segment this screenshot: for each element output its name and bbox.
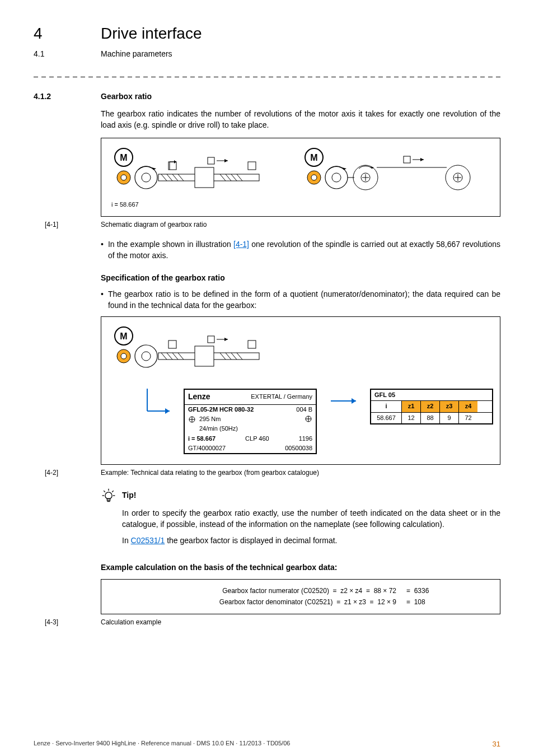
gfl-table-title: GFL 05	[371, 390, 492, 401]
val-z4: 72	[458, 413, 477, 423]
section-header: 4.1 Machine parameters	[34, 49, 500, 60]
brand-logo: Lenze	[188, 391, 210, 403]
svg-marker-43	[420, 158, 424, 161]
calculation-box: Gearbox factor numerator (C02520) = z2 ×…	[101, 579, 500, 615]
lightbulb-icon	[101, 488, 116, 503]
figure-4-3-caption: [4-3] Calculation example	[34, 618, 500, 627]
tip-body-1: In order to specify the gearbox ratio ex…	[122, 508, 500, 530]
diagram-spindle-2: M	[108, 324, 276, 374]
col-z4: z4	[458, 401, 477, 412]
figure-4-2-caption: [4-2] Example: Technical data relating t…	[34, 468, 500, 478]
bullet-spec: • The gearbox ratio is to be defined in …	[101, 289, 500, 311]
svg-marker-64	[224, 338, 228, 341]
tip-body-2a: In	[122, 536, 131, 545]
np-variant: 004 B	[296, 405, 312, 414]
svg-point-3	[121, 175, 127, 180]
svg-line-78	[112, 491, 114, 493]
subsection-heading: 4.1.2 Gearbox ratio	[34, 91, 500, 102]
spec-heading: Specification of the gearbox ratio	[101, 273, 500, 284]
chapter-title: Drive interface	[101, 22, 202, 44]
val-z3: 9	[439, 413, 458, 423]
nameplate: Lenze EXTERTAL / Germany GFL05-2M HCR 08…	[184, 389, 317, 455]
np-torque: 295 Nm	[199, 415, 221, 423]
np-oil: CLP 460	[245, 435, 269, 443]
figure-link-4-1[interactable]: [4-1]	[233, 240, 249, 249]
section-title: Machine parameters	[101, 49, 172, 60]
caption-number: [4-2]	[34, 468, 90, 478]
svg-point-49	[142, 352, 151, 361]
section-number: 4.1	[34, 49, 78, 60]
svg-rect-41	[404, 156, 410, 163]
torque-icon	[188, 416, 196, 423]
footer-text: Lenze · Servo-Inverter 9400 HighLine · R…	[34, 739, 290, 749]
svg-point-26	[311, 175, 317, 180]
bullet-text: The gearbox ratio is to be defined in th…	[108, 289, 500, 311]
svg-rect-62	[208, 336, 214, 343]
svg-point-47	[121, 353, 127, 359]
svg-point-81	[105, 492, 112, 499]
brand-location: EXTERTAL / Germany	[251, 393, 312, 401]
np-serial-l: GT/40000027	[188, 444, 226, 452]
figure-4-1-caption: [4-1] Schematic diagram of gearbox ratio	[34, 220, 500, 230]
np-serial-r: 00500038	[285, 444, 312, 452]
caption-text: Schematic diagram of gearbox ratio	[101, 220, 500, 230]
tip-body-2b: the gearbox factor is displayed in decim…	[165, 536, 337, 545]
caption-text: Calculation example	[101, 618, 500, 627]
svg-marker-75	[352, 398, 356, 404]
bullet-example: • In the example shown in illustration […	[101, 239, 500, 261]
svg-point-28	[332, 173, 341, 182]
svg-rect-19	[248, 162, 256, 170]
svg-rect-59	[195, 346, 214, 366]
calc-numerator-result: = 6336	[406, 586, 440, 596]
bullet-text: In the example shown in illustration [4-…	[108, 239, 500, 261]
page-number: 31	[493, 739, 500, 749]
diagram-spindle: M	[108, 145, 276, 209]
val-i: 58.667	[371, 413, 401, 423]
svg-line-77	[104, 491, 105, 493]
svg-text:M: M	[120, 332, 127, 341]
np-model: GFL05-2M HCR 080-32	[188, 405, 254, 414]
intro-paragraph: The gearbox ratio indicates the number o…	[101, 109, 500, 130]
svg-marker-67	[165, 408, 170, 414]
col-z1: z1	[401, 401, 420, 412]
val-z1: 12	[401, 413, 420, 423]
tip-block: Tip! In order to specify the gearbox rat…	[101, 488, 500, 547]
arrow-to-nameplate	[142, 389, 172, 433]
subsection-title: Gearbox ratio	[101, 91, 152, 102]
calc-numerator: Gearbox factor numerator (C02520) = z2 ×…	[161, 586, 396, 596]
np-ratio: i = 58.667	[188, 435, 216, 443]
col-z3: z3	[439, 401, 458, 412]
bullet-text-a: In the example shown in illustration	[108, 240, 233, 249]
svg-text:M: M	[120, 153, 127, 162]
diagram-rolls: M	[298, 145, 477, 199]
svg-rect-82	[107, 499, 110, 501]
chapter-number: 4	[34, 22, 78, 44]
tip-title: Tip!	[122, 490, 136, 501]
caption-text: Example: Technical data relating to the …	[101, 468, 500, 478]
svg-rect-61	[248, 340, 256, 348]
calc-denominator: Gearbox factor denominator (C02521) = z1…	[161, 598, 396, 607]
chapter-header: 4 Drive interface	[34, 22, 500, 44]
bullet-marker: •	[101, 239, 104, 261]
tip-body-2: In C02531/1 the gearbox factor is displa…	[122, 535, 500, 547]
i-value-label: i = 58.667	[111, 200, 276, 209]
gfl-table: GFL 05 i z1 z2 z3 z4 58.667 12 88 9 72	[370, 389, 493, 424]
figure-4-1: M	[101, 138, 500, 217]
svg-marker-22	[224, 159, 228, 162]
svg-rect-16	[195, 167, 214, 188]
col-z2: z2	[420, 401, 439, 412]
divider	[34, 77, 500, 77]
figure-4-2: M Lenze EXTERTAL / Germany	[101, 316, 500, 465]
caption-number: [4-3]	[34, 618, 90, 627]
subsection-number: 4.1.2	[34, 91, 78, 102]
svg-rect-60	[168, 340, 176, 348]
calc-heading: Example calculation on the basis of the …	[101, 562, 500, 573]
code-link[interactable]: C02531/1	[131, 536, 165, 545]
np-speed: 24/min (50Hz)	[188, 424, 238, 433]
svg-text:M: M	[310, 153, 317, 162]
np-num1: 1196	[299, 435, 312, 443]
calc-denominator-result: = 108	[406, 598, 440, 607]
col-i: i	[371, 401, 401, 412]
caption-number: [4-1]	[34, 220, 90, 230]
svg-rect-20	[208, 157, 214, 164]
